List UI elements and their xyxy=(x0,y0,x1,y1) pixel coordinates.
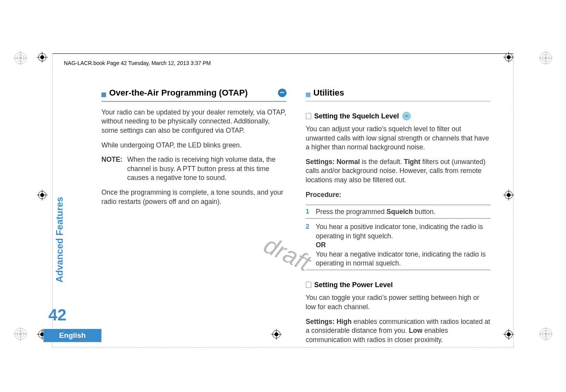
svg-rect-49 xyxy=(306,92,310,97)
registration-mark-icon xyxy=(539,327,553,341)
body-text: Settings: High enables communication wit… xyxy=(306,317,491,345)
step-body: Press the programmed Squelch button. xyxy=(316,207,491,217)
registration-mark-icon xyxy=(539,51,553,65)
procedure-label: Procedure: xyxy=(306,190,491,200)
registration-mark-icon xyxy=(14,327,27,341)
section-label-vertical: Advanced Features xyxy=(54,197,65,282)
body-text: While undergoing OTAP, the LED blinks gr… xyxy=(101,141,286,150)
power-heading: Setting the Power Level xyxy=(314,280,393,289)
note-block: NOTE: When the radio is receiving high v… xyxy=(101,155,286,183)
registration-mark-icon xyxy=(14,51,27,65)
step-number: 1 xyxy=(306,207,310,217)
right-column: Utilities Setting the Squelch Level You … xyxy=(306,87,491,350)
language-badge: English xyxy=(43,329,101,342)
heading-underline xyxy=(101,101,286,102)
doc-page-icon xyxy=(306,282,311,288)
body-text: You can adjust your radio's squelch leve… xyxy=(306,125,491,152)
page-number: 42 xyxy=(48,306,67,324)
crosshair-mark-icon xyxy=(37,52,48,63)
left-column: Over-the-Air Programming (OTAP) Your rad… xyxy=(101,87,286,350)
step-number: 2 xyxy=(306,223,310,268)
svg-rect-48 xyxy=(101,92,106,97)
svg-point-50 xyxy=(406,115,407,117)
procedure-step: 1 Press the programmed Squelch button. xyxy=(306,205,491,219)
section-bullet-icon xyxy=(101,91,106,95)
procedure-step: 2 You hear a positive indicator tone, in… xyxy=(306,223,491,270)
heading-underline xyxy=(306,101,491,101)
step-body: You hear a positive indicator tone, indi… xyxy=(316,223,491,268)
utilities-heading: Utilities xyxy=(314,87,344,99)
antenna-icon xyxy=(402,112,411,120)
squelch-heading: Setting the Squelch Level xyxy=(314,111,399,121)
body-text: You can toggle your radio's power settin… xyxy=(306,293,491,312)
crosshair-mark-icon xyxy=(37,190,48,200)
section-bullet-icon xyxy=(306,91,310,95)
otap-heading: Over-the-Air Programming (OTAP) xyxy=(109,87,275,99)
body-text: Settings: Normal is the default. Tight f… xyxy=(306,157,491,185)
body-text: Once the programming is complete, a tone… xyxy=(101,188,286,206)
note-label: NOTE: xyxy=(101,155,122,183)
otap-icon xyxy=(278,89,286,97)
body-text: Your radio can be updated by your dealer… xyxy=(101,108,286,135)
note-body: When the radio is receiving high volume … xyxy=(127,155,286,183)
doc-page-icon xyxy=(306,113,311,119)
